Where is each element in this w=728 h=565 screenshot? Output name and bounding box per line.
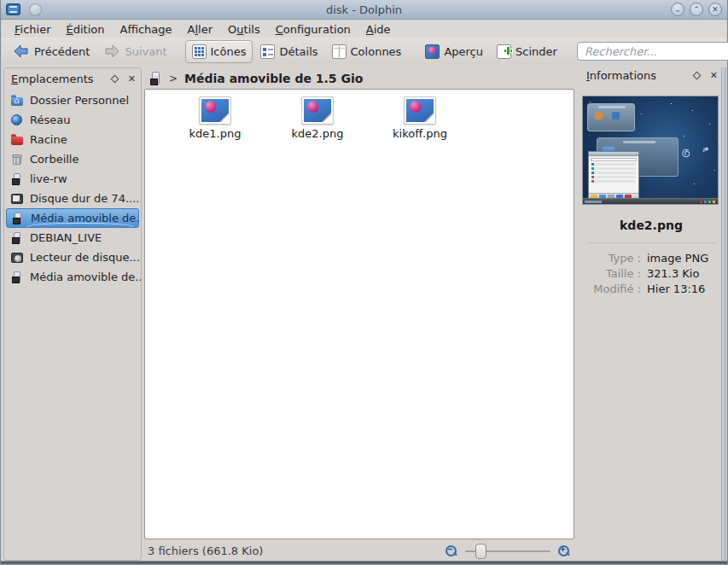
- place-hard-drive[interactable]: Disque dur de 74....: [4, 189, 141, 208]
- menu-configuration[interactable]: Configuration: [268, 21, 358, 38]
- places-panel-title: Emplacements: [11, 73, 112, 85]
- maximize-icon: ⌃: [693, 6, 700, 14]
- details-view-icon: [260, 44, 275, 59]
- file-kde1[interactable]: kde1.png: [164, 96, 266, 140]
- details-view-button[interactable]: Détails: [254, 41, 323, 62]
- image-thumbnail: [301, 96, 334, 125]
- menu-edition[interactable]: Édition: [59, 21, 113, 38]
- float-panel-icon[interactable]: [692, 72, 701, 80]
- search-input[interactable]: [577, 42, 728, 61]
- place-trash[interactable]: Corbeille: [4, 149, 141, 169]
- file-preview-image: [582, 96, 719, 205]
- place-label: Racine: [30, 133, 67, 146]
- float-panel-icon[interactable]: [110, 75, 119, 84]
- meta-type-value: image PNG: [647, 252, 723, 265]
- preview-widget: [587, 103, 635, 131]
- close-panel-icon[interactable]: ✕: [128, 74, 136, 84]
- place-live-rw[interactable]: live-rw: [4, 169, 141, 189]
- info-separator: [586, 242, 716, 243]
- place-home[interactable]: Dossier Personnel: [4, 90, 141, 110]
- dolphin-window: disk - Dolphin ⌄ ⌃ ✕ Fichier Édition Aff…: [0, 0, 728, 565]
- meta-size-value: 321.3 Kio: [647, 267, 723, 280]
- columns-view-icon: [332, 44, 347, 59]
- hard-drive-icon: [10, 192, 24, 206]
- usb-drive-icon: [10, 172, 24, 186]
- place-removable-media-selected[interactable]: Média amovible de...: [6, 208, 139, 228]
- places-panel-header: Emplacements ✕: [4, 71, 141, 90]
- image-thumbnail: [199, 96, 231, 125]
- close-panel-icon[interactable]: ✕: [710, 71, 718, 80]
- minimize-button[interactable]: ⌄: [671, 3, 684, 16]
- window-title: disk - Dolphin: [1, 3, 727, 16]
- breadcrumb: > Média amovible de 1.5 Gio: [144, 67, 576, 89]
- close-icon: ✕: [712, 6, 719, 14]
- network-globe-icon: [10, 114, 24, 127]
- meta-modified-label: Modifié :: [579, 282, 641, 295]
- selected-file-name: kde2.png: [579, 218, 723, 232]
- preview-comet: [702, 147, 709, 152]
- forward-label: Suivant: [125, 45, 166, 58]
- panel-resize-handle[interactable]: [721, 67, 726, 561]
- place-root[interactable]: Racine: [4, 130, 141, 149]
- menu-affichage[interactable]: Affichage: [112, 21, 179, 38]
- back-arrow-icon: [13, 44, 30, 59]
- place-label: Disque dur de 74....: [30, 192, 139, 205]
- place-optical-drive[interactable]: Lecteur de disque...: [4, 248, 141, 267]
- zoom-out-icon[interactable]: [445, 545, 458, 558]
- forward-arrow-icon: [103, 44, 120, 59]
- meta-type-label: Type :: [579, 252, 641, 265]
- place-label: Média amovible de...: [30, 271, 141, 283]
- home-folder-icon: [10, 94, 24, 108]
- preview-kickoff-window: [588, 151, 639, 201]
- place-debian-live[interactable]: DEBIAN_LIVE: [4, 228, 141, 248]
- preview-label: Aperçu: [444, 45, 483, 58]
- split-button[interactable]: Scinder: [491, 41, 563, 62]
- file-kikoff[interactable]: kikoff.png: [369, 96, 471, 140]
- columns-view-button[interactable]: Colonnes: [326, 41, 408, 62]
- optical-drive-icon: [10, 251, 24, 265]
- usb-drive-icon: [10, 231, 24, 245]
- info-panel-header: Informations ✕: [579, 67, 723, 87]
- close-button[interactable]: ✕: [708, 3, 722, 16]
- file-view[interactable]: kde1.png kde2.png kikoff.png: [144, 89, 574, 539]
- menu-aide[interactable]: Aide: [358, 21, 399, 38]
- icons-view-button[interactable]: Icônes: [185, 40, 253, 63]
- place-label: Dossier Personnel: [30, 94, 129, 107]
- toolbar: Précédent Suivant Icônes Détails Colonne…: [2, 38, 726, 65]
- menu-outils[interactable]: Outils: [220, 21, 268, 38]
- information-panel: Informations ✕ kde2.png Type : image P: [579, 67, 723, 561]
- file-name: kde1.png: [189, 127, 242, 140]
- place-label: DEBIAN_LIVE: [30, 231, 102, 244]
- forward-button[interactable]: Suivant: [97, 40, 172, 62]
- menu-fichier[interactable]: Fichier: [7, 21, 59, 38]
- back-label: Précédent: [34, 45, 90, 58]
- back-button[interactable]: Précédent: [7, 40, 96, 62]
- preview-button[interactable]: Aperçu: [419, 41, 489, 62]
- columns-view-label: Colonnes: [351, 45, 402, 58]
- preview-stars: [590, 102, 591, 102]
- place-label: Réseau: [30, 114, 70, 126]
- preview-icon: [425, 44, 440, 59]
- menu-aller[interactable]: Aller: [180, 21, 221, 38]
- file-kde2[interactable]: kde2.png: [266, 96, 369, 140]
- debian-swirl-icon: [678, 146, 694, 161]
- place-network[interactable]: Réseau: [4, 110, 141, 130]
- breadcrumb-location[interactable]: Média amovible de 1.5 Gio: [184, 72, 363, 85]
- file-name: kikoff.png: [393, 127, 447, 140]
- root-folder-icon: [10, 133, 24, 147]
- place-label: live-rw: [30, 172, 67, 185]
- file-count-summary: 3 fichiers (661.8 Kio): [148, 545, 445, 557]
- zoom-in-icon[interactable]: [557, 545, 571, 558]
- maximize-button[interactable]: ⌃: [690, 3, 703, 16]
- place-removable-media-2[interactable]: Média amovible de...: [4, 267, 141, 287]
- zoom-slider[interactable]: [465, 544, 550, 559]
- usb-drive-icon[interactable]: [149, 71, 162, 86]
- preview-taskbar: [583, 198, 718, 204]
- titlebar[interactable]: disk - Dolphin ⌄ ⌃ ✕: [1, 0, 727, 20]
- zoom-slider-handle[interactable]: [475, 544, 486, 559]
- icons-view-label: Icônes: [211, 45, 247, 58]
- icons-view-icon: [192, 44, 207, 59]
- statusbar: 3 fichiers (661.8 Kio): [144, 541, 574, 561]
- info-panel-title: Informations: [586, 69, 694, 82]
- trash-icon: [10, 153, 24, 166]
